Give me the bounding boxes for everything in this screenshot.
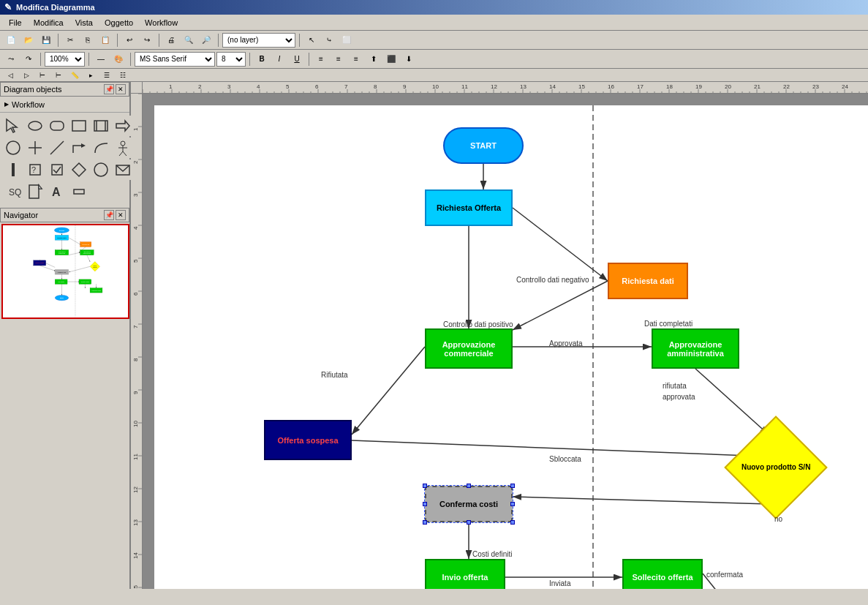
align-middle-btn[interactable]: ⬛ — [383, 51, 399, 67]
layer-select[interactable]: (no layer) — [222, 33, 295, 48]
copy-button[interactable]: ⎘ — [80, 32, 96, 48]
menu-file[interactable]: File — [3, 17, 28, 29]
line-style1[interactable]: — — [93, 51, 109, 67]
svg-text:SQL: SQL — [9, 187, 21, 198]
arrow-style1[interactable]: ⤳ — [3, 51, 19, 67]
arrow-style2[interactable]: ↷ — [20, 51, 37, 67]
zoom-out-button[interactable]: 🔎 — [198, 32, 214, 48]
handle-ml[interactable] — [423, 502, 427, 506]
handle-tm[interactable] — [467, 484, 471, 488]
align-center-btn[interactable]: ≡ — [331, 51, 347, 67]
indent-dec[interactable]: ◁ — [3, 69, 18, 81]
connect-tool[interactable]: ⤷ — [321, 32, 337, 48]
tab-stop1[interactable]: ⊢ — [35, 69, 50, 81]
menu-workflow[interactable]: Workflow — [139, 17, 184, 29]
node-richiesta-dati[interactable]: Richiesta dati — [608, 263, 688, 299]
menu-modifica[interactable]: Modifica — [28, 17, 69, 29]
cut-button[interactable]: ✂ — [62, 32, 78, 48]
diagram-canvas: START Richiesta Offerta Richiesta dati A… — [154, 105, 868, 589]
shape-cross[interactable] — [25, 138, 45, 158]
svg-line-17 — [123, 151, 127, 156]
undo-button[interactable]: ↩ — [121, 32, 137, 48]
italic-button[interactable]: I — [271, 51, 287, 67]
list-btn[interactable]: ☰ — [99, 69, 114, 81]
save-button[interactable]: 💾 — [38, 32, 54, 48]
svg-text:Offerta sospesa: Offerta sospesa — [35, 262, 44, 263]
node-richiesta-offerta[interactable]: Richiesta Offerta — [425, 189, 513, 226]
sep7 — [88, 53, 89, 66]
shape-bend[interactable] — [69, 138, 89, 158]
zoom-in-button[interactable]: 🔍 — [181, 32, 197, 48]
shape-diamond[interactable] — [69, 159, 89, 180]
shape-actor[interactable] — [113, 138, 133, 158]
paste-button[interactable]: 📋 — [97, 32, 113, 48]
handle-mr[interactable] — [510, 502, 515, 506]
canvas-scroll-area[interactable]: START Richiesta Offerta Richiesta dati A… — [154, 105, 868, 589]
nav-close-btn[interactable]: ✕ — [116, 210, 126, 220]
node-conferma-costi[interactable]: Conferma costi — [425, 486, 513, 522]
tab-stop2[interactable]: ⊢ — [51, 69, 66, 81]
node-offerta-sospesa[interactable]: Offerta sospesa — [264, 420, 352, 460]
arrow-appc-sospesa — [352, 347, 425, 435]
print-button[interactable]: 🖨 — [163, 32, 179, 48]
pointer-tool[interactable]: ↖ — [303, 32, 320, 48]
align-right-btn[interactable]: ≡ — [348, 51, 364, 67]
more-btn[interactable]: ▸ — [83, 69, 98, 81]
indent-inc[interactable]: ▷ — [19, 69, 34, 81]
svg-marker-22 — [72, 163, 86, 176]
shape-envelope[interactable] — [113, 159, 133, 180]
shape-process[interactable] — [91, 116, 111, 136]
edge-label-sbloccata: Sbloccata — [549, 455, 581, 463]
nav-pin-btn[interactable]: 📌 — [104, 210, 114, 220]
left-panel: Diagram objects 📌 ✕ Workflow — [0, 82, 131, 589]
menu-vista[interactable]: Vista — [69, 17, 99, 29]
svg-text:amministrativa: amministrativa — [83, 252, 91, 254]
menu-oggetto[interactable]: Oggetto — [99, 17, 139, 29]
zoom-select[interactable]: 100% — [45, 52, 85, 67]
shape-circle2[interactable] — [91, 159, 111, 180]
shape-pointer[interactable] — [3, 116, 23, 136]
handle-bl[interactable] — [423, 520, 427, 525]
shape-check[interactable] — [47, 159, 67, 180]
shapes-tool[interactable]: ⬜ — [339, 32, 355, 48]
shape-condition[interactable]: ? — [25, 159, 45, 180]
shape-rect[interactable] — [69, 116, 89, 136]
shape-rounded-rect[interactable] — [47, 116, 67, 136]
align-bottom-btn[interactable]: ⬇ — [401, 51, 417, 67]
shape-small-rect[interactable] — [69, 181, 89, 202]
align-top-btn[interactable]: ⬆ — [366, 51, 382, 67]
handle-bm[interactable] — [467, 520, 471, 525]
panel-close-btn[interactable]: ✕ — [116, 84, 126, 94]
shape-curve[interactable] — [91, 138, 111, 158]
underline-button[interactable]: U — [289, 51, 305, 67]
handle-tr[interactable] — [510, 484, 515, 488]
open-button[interactable]: 📂 — [20, 32, 37, 48]
node-start[interactable]: START — [443, 127, 524, 164]
color-picker[interactable]: 🎨 — [110, 51, 127, 67]
num-list-btn[interactable]: ☷ — [116, 69, 130, 81]
redo-button[interactable]: ↪ — [139, 32, 155, 48]
node-approvazione-amministrativa[interactable]: Approvazione amministrativa — [652, 328, 739, 369]
size-select[interactable]: 8 — [216, 52, 246, 67]
shape-db[interactable]: SQL — [3, 181, 23, 202]
node-invio-offerta[interactable]: Invio offerta — [425, 559, 505, 589]
shape-fork[interactable] — [3, 159, 23, 180]
node-nuovo-prodotto[interactable]: Nuovo prodotto S/N — [739, 431, 812, 504]
node-approvazione-commerciale[interactable]: Approvazione commerciale — [425, 328, 513, 369]
sep9 — [249, 53, 250, 66]
handle-br[interactable] — [510, 520, 515, 525]
new-button[interactable]: 📄 — [3, 32, 19, 48]
handle-tl[interactable] — [423, 484, 427, 488]
svg-text:Invio offerta: Invio offerta — [58, 281, 64, 282]
font-select[interactable]: MS Sans Serif — [135, 52, 215, 67]
shape-text[interactable]: A — [47, 181, 67, 202]
shape-ellipse[interactable] — [25, 116, 45, 136]
panel-pin-btn[interactable]: 📌 — [104, 84, 114, 94]
shape-circle[interactable] — [3, 138, 23, 158]
shape-line[interactable] — [47, 138, 67, 158]
align-left-btn[interactable]: ≡ — [313, 51, 329, 67]
bold-button[interactable]: B — [254, 51, 270, 67]
shape-arrow[interactable] — [113, 116, 133, 136]
node-sollecito-offerta[interactable]: Sollecito offerta — [622, 559, 703, 589]
shape-page[interactable] — [25, 181, 45, 202]
